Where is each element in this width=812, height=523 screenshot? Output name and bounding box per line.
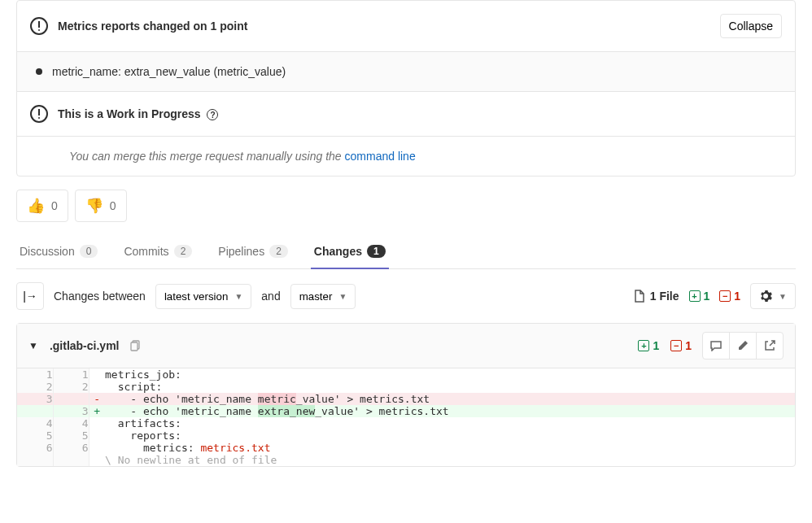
version-label: latest version <box>164 290 229 303</box>
copy-path-icon[interactable] <box>130 340 142 351</box>
old-line-number: 6 <box>17 442 53 454</box>
command-line-link[interactable]: command line <box>345 150 416 163</box>
plus-square-icon: + <box>638 340 649 351</box>
tab-pipelines[interactable]: Pipelines 2 <box>215 235 291 269</box>
code-content: - echo 'metric_name metric_value' > metr… <box>105 393 795 405</box>
wip-heading: This is a Work in Progress ? <box>58 107 782 120</box>
file-additions-stat: + 1 <box>638 339 659 352</box>
target-branch-dropdown[interactable]: master ▼ <box>290 284 356 309</box>
diff-sign: + <box>89 405 105 417</box>
old-line-number: 3 <box>17 393 53 405</box>
diff-line[interactable]: 22 script: <box>17 381 795 393</box>
target-branch-label: master <box>299 290 333 303</box>
tab-discussion-label: Discussion <box>20 245 75 258</box>
chevron-down-icon: ▼ <box>338 292 347 301</box>
diff-line[interactable]: 11 metrics_job: <box>17 368 795 381</box>
code-content: - echo 'metric_name extra_new_value' > m… <box>105 405 795 417</box>
tab-pipelines-label: Pipelines <box>218 245 264 258</box>
tab-commits[interactable]: Commits 2 <box>120 235 195 269</box>
diff-line[interactable]: 66 metrics: metrics.txt <box>17 442 795 454</box>
changes-between-label: Changes between <box>54 290 146 303</box>
diff-line[interactable]: 44 artifacts: <box>17 417 795 429</box>
diff-table: 11 metrics_job:22 script:3- - echo 'metr… <box>17 368 795 466</box>
merge-manual-text: You can merge this merge request manuall… <box>30 150 416 163</box>
help-icon[interactable]: ? <box>207 109 218 120</box>
mr-tabs: Discussion 0 Commits 2 Pipelines 2 Chang… <box>16 235 796 269</box>
tab-changes[interactable]: Changes 1 <box>311 235 389 269</box>
file-deletions-count: 1 <box>685 339 692 352</box>
tab-pipelines-badge: 2 <box>269 245 288 258</box>
toggle-sidebar-button[interactable]: |→ <box>16 282 44 310</box>
diff-sign <box>89 442 105 454</box>
old-line-number: 5 <box>17 429 53 442</box>
thumbs-up-count: 0 <box>51 199 58 212</box>
reactions-bar: 👍 0 👎 0 <box>16 190 796 222</box>
additions-count: 1 <box>704 290 710 303</box>
comment-icon <box>709 340 723 351</box>
deletions-stat: − 1 <box>719 290 740 303</box>
expand-icon: |→ <box>23 290 37 303</box>
metrics-header-row: Metrics reports changed on 1 point Colla… <box>17 1 795 51</box>
diff-file-panel: ▼ .gitlab-ci.yml + 1 − 1 <box>16 323 796 467</box>
diff-file-header: ▼ .gitlab-ci.yml + 1 − 1 <box>17 324 795 368</box>
wip-row: This is a Work in Progress ? <box>17 91 795 136</box>
code-content: artifacts: <box>105 417 795 429</box>
edit-file-button[interactable] <box>729 332 757 360</box>
file-deletions-stat: − 1 <box>670 339 692 352</box>
view-file-button[interactable] <box>756 332 784 360</box>
changes-toolbar: |→ Changes between latest version ▼ and … <box>0 269 812 323</box>
gear-icon <box>759 290 772 303</box>
thumbs-up-button[interactable]: 👍 0 <box>16 190 68 222</box>
external-link-icon <box>764 340 775 351</box>
diff-settings-dropdown[interactable]: ▼ <box>750 283 796 309</box>
file-count: 1 File <box>634 290 679 303</box>
file-additions-count: 1 <box>653 339 659 352</box>
thumbs-down-icon: 👎 <box>85 197 103 215</box>
chevron-down-icon: ▼ <box>234 292 242 301</box>
pencil-icon <box>737 340 749 351</box>
metrics-detail-row: metric_name: extra_new_value (metric_val… <box>17 51 795 91</box>
minus-square-icon: − <box>719 290 731 302</box>
old-line-number: 2 <box>17 381 53 393</box>
deletions-count: 1 <box>734 290 740 303</box>
code-content: script: <box>105 381 795 393</box>
diff-sign <box>89 429 105 442</box>
no-newline-text: \ No newline at end of file <box>105 454 795 466</box>
tab-commits-badge: 2 <box>174 245 193 258</box>
minus-square-icon: − <box>670 340 682 351</box>
file-icon <box>634 290 645 303</box>
diff-line[interactable]: 3- - echo 'metric_name metric_value' > m… <box>17 393 795 405</box>
additions-stat: + 1 <box>689 290 710 303</box>
thumbs-down-button[interactable]: 👎 0 <box>75 190 127 222</box>
diff-sign: - <box>89 393 105 405</box>
svg-rect-1 <box>131 342 138 351</box>
diff-line[interactable]: 55 reports: <box>17 429 795 442</box>
tab-changes-badge: 1 <box>367 245 386 258</box>
collapse-file-toggle[interactable]: ▼ <box>28 340 38 351</box>
file-count-text: 1 File <box>650 290 679 303</box>
code-content: reports: <box>105 429 795 442</box>
old-line-number: 4 <box>17 417 53 429</box>
chevron-down-icon: ▼ <box>779 292 787 301</box>
new-line-number: 2 <box>53 381 89 393</box>
version-dropdown[interactable]: latest version ▼ <box>155 284 251 309</box>
no-newline-row: \ No newline at end of file <box>17 454 795 466</box>
merge-prefix: You can merge this merge request manuall… <box>69 150 345 163</box>
and-label: and <box>261 290 280 303</box>
tab-discussion[interactable]: Discussion 0 <box>16 235 101 269</box>
code-content: metrics_job: <box>105 368 795 381</box>
collapse-button[interactable]: Collapse <box>720 14 782 38</box>
diff-sign <box>89 417 105 429</box>
tab-discussion-badge: 0 <box>80 245 98 258</box>
diff-line[interactable]: 3+ - echo 'metric_name extra_new_value' … <box>17 405 795 417</box>
new-line-number: 6 <box>53 442 89 454</box>
old-line-number: 1 <box>17 368 53 381</box>
thumbs-up-icon: 👍 <box>27 197 45 215</box>
metrics-detail-text: metric_name: extra_new_value (metric_val… <box>52 65 286 78</box>
diff-sign <box>89 381 105 393</box>
new-line-number: 3 <box>53 405 89 417</box>
comment-file-button[interactable] <box>702 332 730 360</box>
old-line-number <box>17 405 53 417</box>
new-line-number <box>53 393 89 405</box>
tab-commits-label: Commits <box>124 245 168 258</box>
